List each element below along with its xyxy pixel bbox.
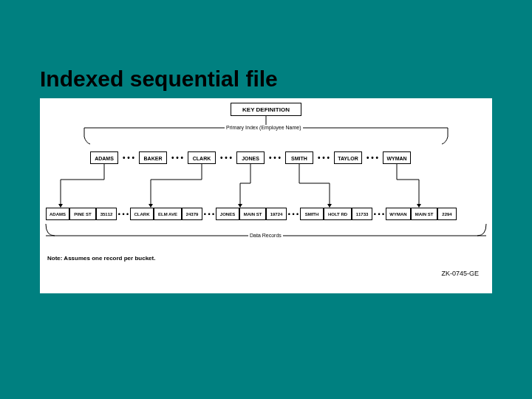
data-cell-code: 2294 bbox=[437, 208, 457, 220]
diagram-panel: KEY DEFINITION bbox=[40, 98, 492, 293]
ellipsis-icon: • • • bbox=[202, 211, 216, 218]
index-entry: WYMAN bbox=[383, 151, 411, 164]
index-entry: CLARK bbox=[188, 151, 216, 164]
primary-index-label: Primary Index (Employee Name) bbox=[225, 125, 303, 130]
ellipsis-icon: • • • bbox=[362, 154, 383, 162]
ellipsis-icon: • • • bbox=[117, 211, 130, 218]
index-entry: JONES bbox=[236, 151, 265, 164]
data-cell-name: WYMAN bbox=[386, 208, 411, 220]
data-cell-name: ADAMS bbox=[46, 208, 69, 220]
data-cell-name: CLARK bbox=[130, 208, 154, 220]
diagram-note: Note: Assumes one record per bucket. bbox=[47, 255, 155, 262]
index-entry: SMITH bbox=[285, 151, 313, 164]
ellipsis-icon: • • • bbox=[118, 154, 139, 162]
data-cell-street: MAIN ST bbox=[411, 208, 437, 220]
data-cell-code: 11733 bbox=[352, 208, 372, 220]
index-row: ADAMS • • • BAKER • • • CLARK • • • JONE… bbox=[90, 151, 411, 164]
data-cell-street: HOLT RD bbox=[324, 208, 352, 220]
data-row: ADAMS PINE ST 35112 • • • CLARK ELM AVE … bbox=[46, 208, 457, 220]
ellipsis-icon: • • • bbox=[167, 154, 188, 162]
slide: Indexed sequential file KEY DEFINITION bbox=[0, 0, 532, 399]
data-cell-name: SMITH bbox=[300, 208, 324, 220]
ellipsis-icon: • • • bbox=[313, 154, 334, 162]
slide-title: Indexed sequential file bbox=[40, 66, 278, 92]
index-entry: TAYLOR bbox=[334, 151, 362, 164]
title-underline bbox=[40, 95, 328, 97]
data-records-label: Data Records bbox=[248, 233, 283, 238]
diagram-ref: ZK-0745-GE bbox=[441, 270, 479, 277]
data-cell-street: ELM AVE bbox=[154, 208, 182, 220]
data-cell-name: JONES bbox=[216, 208, 239, 220]
key-definition-box: KEY DEFINITION bbox=[231, 103, 301, 116]
diagram: KEY DEFINITION bbox=[40, 98, 492, 293]
data-cell-street: PINE ST bbox=[69, 208, 96, 220]
data-cell-code: 35112 bbox=[96, 208, 117, 220]
data-cell-code: 19724 bbox=[266, 208, 287, 220]
ellipsis-icon: • • • bbox=[265, 154, 285, 162]
data-cell-street: MAIN ST bbox=[239, 208, 266, 220]
ellipsis-icon: • • • bbox=[216, 154, 236, 162]
data-cell-code: 24379 bbox=[182, 208, 202, 220]
ellipsis-icon: • • • bbox=[287, 211, 300, 218]
index-entry: BAKER bbox=[139, 151, 167, 164]
ellipsis-icon: • • • bbox=[372, 211, 386, 218]
index-entry: ADAMS bbox=[90, 151, 118, 164]
